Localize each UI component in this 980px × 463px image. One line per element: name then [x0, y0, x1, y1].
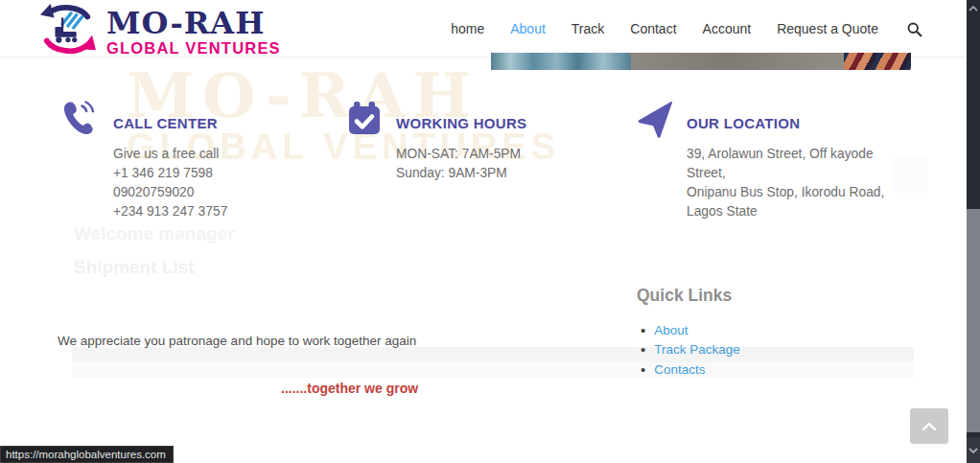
status-url-tooltip: https://morahglobalventures.com [0, 446, 174, 463]
quick-link-track-package[interactable]: Track Package [654, 342, 740, 357]
phone-icon [59, 100, 98, 138]
list-item: • About [641, 320, 740, 340]
navigation-arrow-icon [636, 100, 674, 138]
nav-item-home[interactable]: home [451, 21, 484, 36]
quick-link-contacts[interactable]: Contacts [654, 362, 705, 377]
nav-item-contact[interactable]: Contact [630, 21, 676, 36]
bullet: • [641, 322, 645, 338]
appreciation-text: We appreciate you patronage and hope to … [58, 334, 416, 348]
ghost-table-row-bar [72, 362, 914, 378]
nav-item-account[interactable]: Account [703, 21, 752, 36]
nav-item-request-quote[interactable]: Request a Quote [777, 21, 878, 36]
scrollbar-down-arrow[interactable] [967, 437, 980, 463]
nav-item-track[interactable]: Track [572, 21, 604, 36]
our-location-lines: 39, Arolawun Street, Off kayode Street, … [687, 145, 912, 221]
tagline-text: .......together we grow [281, 381, 418, 396]
bullet: • [641, 361, 645, 378]
scrollbar-thumb[interactable] [967, 209, 980, 432]
ghost-welcome-text: Welcome manager [74, 223, 235, 244]
phone-number-3: +234 913 247 3757 [113, 202, 227, 221]
call-center-lines: Give us a free call +1 346 219 7598 0902… [113, 145, 227, 221]
quick-links-title: Quick Links [637, 286, 732, 306]
scrollbar-up-arrow[interactable] [967, 1, 980, 16]
browser-page: MO-RAH GLOBAL VENTURES Welcome manager S… [0, 0, 980, 463]
bullet: • [641, 341, 645, 358]
ghost-shipment-list-text: Shipment List [74, 257, 195, 278]
ghost-table-header-bar [72, 347, 914, 362]
list-item: • Track Package [641, 340, 740, 360]
chevron-up-icon [922, 418, 937, 435]
site-header: MO-RAH GLOBAL VENTURES home About Track … [0, 0, 967, 58]
calendar-check-icon [345, 100, 384, 138]
list-item: • Contacts [641, 359, 740, 380]
working-hours-title: WORKING HOURS [396, 115, 526, 131]
scroll-to-top-button[interactable] [910, 408, 948, 444]
vertical-scrollbar[interactable] [967, 0, 980, 463]
site-logo[interactable]: MO-RAH GLOBAL VENTURES [36, 3, 281, 60]
phone-number-1: +1 346 219 7598 [113, 164, 227, 183]
quick-link-about[interactable]: About [654, 323, 688, 337]
hours-sunday: Sunday: 9AM-3PM [396, 164, 521, 183]
our-location-title: OUR LOCATION [687, 115, 800, 131]
ocean-photo-edge [491, 53, 631, 70]
search-icon[interactable] [906, 21, 922, 37]
address-line-1: 39, Arolawun Street, Off kayode Street, [687, 145, 912, 183]
logo-subtitle: GLOBAL VENTURES [106, 40, 281, 57]
call-line-intro: Give us a free call [113, 145, 227, 164]
working-hours-lines: MON-SAT: 7AM-5PM Sunday: 9AM-3PM [396, 145, 521, 183]
logo-title: MO-RAH [106, 8, 281, 38]
main-nav: home About Track Contact Account Request… [451, 0, 922, 58]
call-center-title: CALL CENTER [113, 115, 218, 131]
striped-photo-edge [844, 53, 911, 70]
gray-photo-edge [631, 53, 844, 70]
quick-links-list: • About • Track Package • Contacts [641, 320, 740, 380]
truck-arrows-logo-icon [36, 3, 98, 60]
nav-item-about[interactable]: About [510, 21, 546, 36]
phone-number-2: 09020759020 [113, 183, 227, 202]
address-line-2: Onipanu Bus Stop, Ikorodu Road, Lagos St… [687, 183, 912, 221]
photo-strip [491, 53, 911, 70]
hours-weekday: MON-SAT: 7AM-5PM [396, 145, 521, 164]
